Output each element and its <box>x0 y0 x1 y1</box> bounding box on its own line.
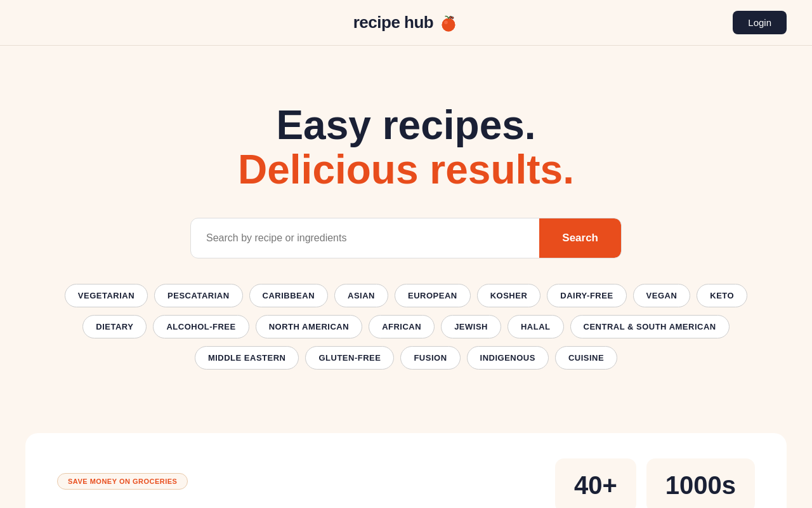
tag-kosher[interactable]: KOSHER <box>477 284 541 307</box>
logo: recipe hub <box>353 13 459 33</box>
hero-title-line1: Easy recipes. <box>276 103 535 147</box>
search-bar: Search <box>190 218 622 258</box>
tags-container: VEGETARIANPESCATARIANCARIBBEANASIANEUROP… <box>38 284 774 370</box>
tags-row-3: MIDDLE EASTERNGLUTEN-FREEFUSIONINDIGENOU… <box>195 346 617 370</box>
stat-box-1: 40+ <box>555 458 636 508</box>
tag-fusion[interactable]: FUSION <box>400 346 460 370</box>
logo-text: recipe hub <box>353 13 433 32</box>
stats-row: 40+ 1000s <box>555 458 755 508</box>
tag-caribbean[interactable]: CARIBBEAN <box>249 284 329 307</box>
search-input[interactable] <box>191 218 539 258</box>
svg-point-4 <box>452 17 454 18</box>
tag-north-american[interactable]: NORTH AMERICAN <box>256 315 362 338</box>
stat-number-2: 1000s <box>665 471 736 500</box>
tag-pescatarian[interactable]: PESCATARIAN <box>154 284 242 307</box>
tag-halal[interactable]: HALAL <box>508 315 564 338</box>
tag-dietary[interactable]: DIETARY <box>82 315 147 338</box>
tags-row-2: DIETARYALCOHOL-FREENORTH AMERICANAFRICAN… <box>82 315 729 338</box>
hero-title-line2: Delicious results. <box>238 147 574 192</box>
tag-keto[interactable]: KETO <box>697 284 747 307</box>
tag-asian[interactable]: ASIAN <box>334 284 388 307</box>
tag-dairy-free[interactable]: DAIRY-FREE <box>547 284 626 307</box>
stat-box-2: 1000s <box>646 458 755 508</box>
tag-middle-eastern[interactable]: MIDDLE EASTERN <box>195 346 299 370</box>
tag-cuisine[interactable]: CUISINE <box>555 346 617 370</box>
header: recipe hub Login <box>0 0 812 46</box>
save-badge: SAVE MONEY ON GROCERIES <box>57 473 188 490</box>
bottom-card: SAVE MONEY ON GROCERIES 40+ 1000s <box>25 433 787 508</box>
tag-african[interactable]: AFRICAN <box>369 315 435 338</box>
bottom-card-left: SAVE MONEY ON GROCERIES <box>57 473 188 497</box>
tag-alcohol-free[interactable]: ALCOHOL-FREE <box>153 315 249 338</box>
tag-jewish[interactable]: JEWISH <box>441 315 501 338</box>
svg-point-1 <box>442 18 455 31</box>
hero-section: Easy recipes. Delicious results. Search … <box>0 46 812 408</box>
stat-number-1: 40+ <box>574 471 617 500</box>
tag-european[interactable]: EUROPEAN <box>395 284 471 307</box>
tag-vegetarian[interactable]: VEGETARIAN <box>65 284 148 307</box>
svg-point-3 <box>450 16 452 18</box>
tag-indigenous[interactable]: INDIGENOUS <box>467 346 549 370</box>
login-button[interactable]: Login <box>733 11 787 34</box>
tag-central-south-american[interactable]: CENTRAL & SOUTH AMERICAN <box>570 315 730 338</box>
tag-vegan[interactable]: VEGAN <box>633 284 691 307</box>
logo-icon <box>438 13 459 33</box>
search-button[interactable]: Search <box>539 218 621 258</box>
tags-row-1: VEGETARIANPESCATARIANCARIBBEANASIANEUROP… <box>65 284 747 307</box>
tag-gluten-free[interactable]: GLUTEN-FREE <box>305 346 394 370</box>
svg-point-2 <box>444 20 448 24</box>
